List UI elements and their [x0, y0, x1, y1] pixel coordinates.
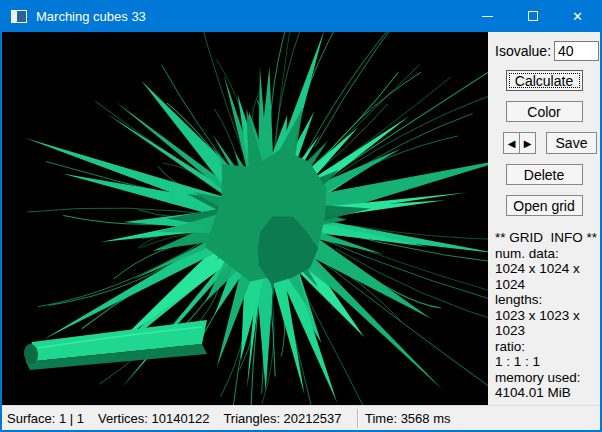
open-grid-button[interactable]: Open grid [506, 195, 583, 216]
calculate-button[interactable]: Calculate [506, 70, 583, 91]
render-viewport[interactable] [2, 32, 488, 405]
close-icon: ✕ [572, 9, 583, 24]
time-status: Time: 3568 ms [358, 411, 451, 426]
minimize-icon [482, 16, 493, 17]
grid-info-line: lengths: [495, 292, 600, 308]
vertices-status: Vertices: 10140122 [98, 411, 209, 426]
maximize-icon [528, 11, 538, 21]
grid-info-line: 1023 x 1023 x [495, 308, 600, 324]
arrow-left-icon: ◀ [508, 138, 516, 149]
content-area: Isovalue: Calculate Color ◀ ▶ Save Delet… [2, 32, 600, 405]
triangles-status: Triangles: 20212537 [223, 411, 341, 426]
grid-info-line: 4104.01 MiB [495, 385, 600, 401]
control-panel: Isovalue: Calculate Color ◀ ▶ Save Delet… [488, 32, 600, 405]
maximize-button[interactable] [510, 0, 555, 32]
grid-info-line: 1 : 1 : 1 [495, 354, 600, 370]
status-pane-left: Surface: 1 | 1 Vertices: 10140122 Triang… [2, 411, 357, 426]
isovalue-input[interactable] [554, 41, 599, 61]
save-button[interactable]: Save [546, 132, 597, 154]
minimize-button[interactable] [465, 0, 510, 32]
delete-button[interactable]: Delete [506, 164, 583, 185]
title-bar: Marching cubes 33 ✕ [2, 0, 600, 32]
grid-info-line: ratio: [495, 339, 600, 355]
grid-info-line: 1024 x 1024 x [495, 261, 600, 277]
grid-info: ** GRID INFO ** num. data: 1024 x 1024 x… [488, 230, 600, 401]
isosurface-render [2, 32, 488, 405]
grid-info-line: 1024 [495, 277, 600, 293]
color-button[interactable]: Color [506, 101, 583, 122]
window-title: Marching cubes 33 [36, 9, 465, 24]
grid-info-line: num. data: [495, 246, 600, 262]
isovalue-row: Isovalue: [488, 40, 600, 61]
app-window: Marching cubes 33 ✕ Isovalue: Calculate … [0, 0, 602, 432]
previous-surface-button[interactable]: ◀ [503, 132, 520, 154]
grid-info-header: ** GRID INFO ** [495, 230, 600, 246]
isovalue-label: Isovalue: [495, 43, 551, 59]
surface-status: Surface: 1 | 1 [7, 411, 84, 426]
next-surface-button[interactable]: ▶ [519, 132, 536, 154]
close-button[interactable]: ✕ [555, 0, 600, 32]
status-bar: Surface: 1 | 1 Vertices: 10140122 Triang… [2, 405, 600, 430]
grid-info-line: 1023 [495, 323, 600, 339]
surface-selector-row: ◀ ▶ Save [488, 132, 600, 154]
grid-info-line: memory used: [495, 370, 600, 386]
app-icon [11, 10, 27, 23]
arrow-right-icon: ▶ [524, 138, 532, 149]
